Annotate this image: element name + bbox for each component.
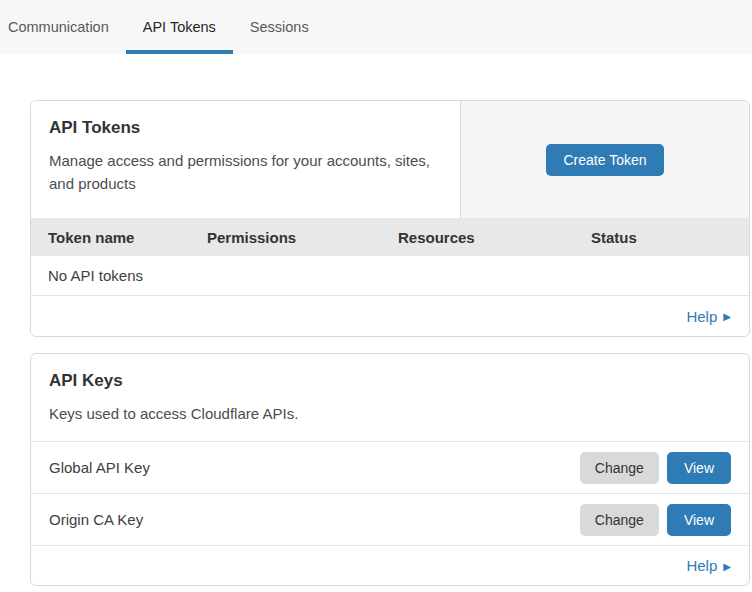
api-key-row-global: Global API Key Change View: [31, 441, 749, 493]
api-tokens-header-action-area: Create Token: [461, 101, 749, 218]
api-key-label-origin-ca: Origin CA Key: [49, 511, 143, 528]
api-key-label-global: Global API Key: [49, 459, 150, 476]
create-token-button[interactable]: Create Token: [546, 144, 663, 176]
api-tokens-title: API Tokens: [49, 118, 442, 138]
change-origin-ca-key-button[interactable]: Change: [580, 504, 659, 536]
tab-api-tokens[interactable]: API Tokens: [126, 0, 233, 54]
tab-bar: Communication API Tokens Sessions: [0, 0, 752, 54]
tab-communication[interactable]: Communication: [8, 0, 126, 54]
help-arrow-icon: ▶: [723, 311, 731, 322]
api-tokens-card-header: API Tokens Manage access and permissions…: [31, 101, 749, 218]
column-header-status: Status: [591, 229, 732, 246]
tab-sessions[interactable]: Sessions: [233, 0, 326, 54]
column-header-token-name: Token name: [48, 229, 207, 246]
api-key-actions-origin-ca: Change View: [580, 504, 731, 536]
column-header-resources: Resources: [398, 229, 591, 246]
api-tokens-help-link[interactable]: Help ▶: [686, 308, 731, 325]
api-keys-card-header: API Keys Keys used to access Cloudflare …: [31, 354, 749, 441]
api-tokens-help-label: Help: [686, 308, 717, 325]
api-tokens-description: Manage access and permissions for your a…: [49, 149, 431, 196]
api-keys-card-footer: Help ▶: [31, 545, 749, 585]
view-origin-ca-key-button[interactable]: View: [667, 504, 731, 536]
change-global-api-key-button[interactable]: Change: [580, 452, 659, 484]
tokens-table-header: Token name Permissions Resources Status: [31, 218, 749, 256]
api-keys-help-label: Help: [686, 557, 717, 574]
api-keys-description: Keys used to access Cloudflare APIs.: [49, 402, 431, 425]
api-tokens-card: API Tokens Manage access and permissions…: [30, 100, 750, 337]
active-tab-indicator: [126, 50, 233, 54]
tokens-empty-state: No API tokens: [31, 256, 749, 296]
help-arrow-icon: ▶: [723, 561, 731, 572]
api-key-actions-global: Change View: [580, 452, 731, 484]
api-keys-card: API Keys Keys used to access Cloudflare …: [30, 353, 750, 586]
api-keys-help-link[interactable]: Help ▶: [686, 557, 731, 574]
tokens-empty-message: No API tokens: [48, 267, 143, 284]
api-tokens-header-text: API Tokens Manage access and permissions…: [31, 101, 461, 218]
tab-sessions-label: Sessions: [250, 19, 309, 35]
tab-api-tokens-label: API Tokens: [143, 19, 216, 35]
column-header-permissions: Permissions: [207, 229, 398, 246]
view-global-api-key-button[interactable]: View: [667, 452, 731, 484]
api-tokens-card-footer: Help ▶: [31, 296, 749, 336]
api-key-row-origin-ca: Origin CA Key Change View: [31, 493, 749, 545]
api-keys-title: API Keys: [49, 371, 731, 391]
tab-communication-label: Communication: [8, 19, 109, 35]
